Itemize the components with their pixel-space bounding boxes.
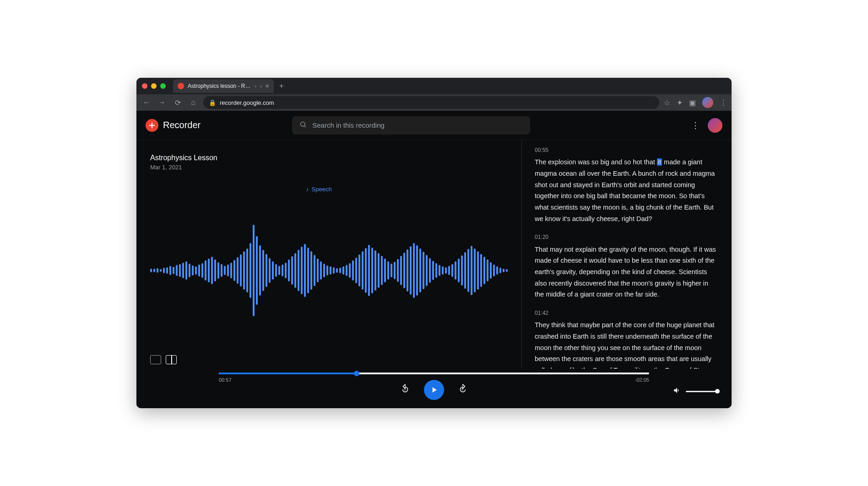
wave-bar: [314, 255, 315, 286]
wave-bar: [298, 250, 299, 291]
wave-bar: [336, 268, 338, 273]
reload-button[interactable]: ⟳: [172, 98, 183, 107]
svg-text:5: 5: [404, 387, 406, 390]
volume-slider[interactable]: [686, 391, 718, 392]
single-pane-view-button[interactable]: [150, 355, 161, 364]
window-controls: [142, 83, 166, 89]
wave-bar: [198, 265, 200, 276]
wave-bar: [365, 248, 367, 293]
new-tab-button[interactable]: +: [279, 82, 283, 90]
wave-bar: [160, 269, 162, 272]
svg-line-1: [304, 126, 306, 127]
wave-bar: [358, 254, 360, 286]
recording-title: Astrophysics Lesson: [150, 154, 508, 162]
wave-bar: [294, 253, 296, 288]
maximize-window-button[interactable]: [160, 83, 166, 89]
wave-bar: [355, 258, 357, 283]
wave-bar: [240, 254, 242, 286]
app-logo[interactable]: Recorder: [146, 119, 201, 132]
play-button[interactable]: [424, 380, 444, 400]
wave-bar: [503, 269, 505, 272]
wave-bar: [166, 267, 168, 274]
wave-bar: [269, 258, 271, 283]
wave-bar: [448, 266, 450, 275]
seek-fill: [219, 373, 357, 374]
segment-timestamp[interactable]: 00:55: [535, 146, 719, 155]
wave-bar: [326, 265, 328, 275]
cast-icon[interactable]: ▣: [689, 98, 696, 107]
wave-bar: [480, 254, 482, 287]
waveform[interactable]: [150, 189, 508, 351]
wave-bar: [214, 259, 216, 281]
transcript-segment[interactable]: 01:42They think that maybe part of the c…: [535, 308, 719, 369]
more-options-icon[interactable]: ⋮: [691, 120, 700, 130]
wave-bar: [426, 255, 428, 286]
svg-text:5: 5: [461, 387, 463, 390]
wave-bar: [256, 236, 258, 305]
wave-bar: [185, 261, 187, 280]
wave-bar: [320, 261, 322, 280]
segment-text: That may not explain the gravity of the …: [535, 244, 719, 300]
search-placeholder: Search in this recording: [312, 121, 385, 129]
wave-bar: [387, 261, 389, 280]
main-content: Astrophysics Lesson Mar 1, 2021 ♪ Speech…: [136, 140, 732, 369]
segment-text: The explosion was so big and so hot that…: [535, 157, 719, 224]
account-avatar[interactable]: [708, 118, 722, 133]
home-button[interactable]: ⌂: [188, 98, 199, 107]
wave-bar: [410, 246, 412, 295]
view-toggle: [150, 351, 508, 364]
extensions-icon[interactable]: ✦: [677, 98, 683, 107]
segment-type-label: ♪ Speech: [306, 186, 332, 193]
forward-button[interactable]: →: [157, 98, 168, 107]
wave-bar: [403, 253, 405, 288]
segment-text: They think that maybe part of the core o…: [535, 319, 719, 369]
wave-bar: [493, 265, 495, 276]
split-pane-view-button[interactable]: [166, 355, 177, 364]
forward-5-button[interactable]: 5: [458, 384, 468, 396]
wave-bar: [458, 259, 460, 282]
app-header: Recorder Search in this recording ⋮: [136, 111, 732, 140]
volume-thumb[interactable]: [715, 389, 720, 394]
transcript-pane[interactable]: 00:55The explosion was so big and so hot…: [522, 140, 732, 369]
transcript-segment[interactable]: 01:20That may not explain the gravity of…: [535, 232, 719, 300]
wave-bar: [237, 257, 239, 284]
tab-favicon-icon: [178, 83, 184, 89]
wave-bar: [487, 259, 488, 281]
close-window-button[interactable]: [142, 83, 147, 89]
wave-bar: [506, 269, 508, 272]
seek-bar[interactable]: [219, 373, 649, 374]
browser-window: Astrophysics lesson - Rec... ‹ › × + ← →…: [136, 78, 732, 408]
wave-bar: [407, 249, 408, 292]
wave-bar: [189, 264, 190, 277]
wave-bar: [400, 256, 402, 285]
wave-bar: [182, 263, 184, 278]
player-bar: 00:57 -02:05 5 5: [136, 369, 732, 408]
seek-thumb[interactable]: [354, 371, 359, 376]
wave-bar: [282, 265, 283, 276]
recorder-logo-icon: [146, 119, 158, 132]
wave-bar: [381, 256, 383, 285]
wave-bar: [378, 253, 380, 288]
bookmark-star-icon[interactable]: ☆: [664, 98, 670, 107]
close-tab-icon[interactable]: ×: [266, 82, 269, 90]
tab-nav-back-icon[interactable]: ‹: [255, 83, 256, 89]
minimize-window-button[interactable]: [151, 83, 157, 89]
wave-bar: [371, 248, 373, 293]
search-input[interactable]: Search in this recording: [292, 116, 530, 135]
segment-timestamp[interactable]: 01:42: [535, 308, 719, 318]
profile-avatar-toolbar[interactable]: [702, 97, 713, 108]
recording-date: Mar 1, 2021: [150, 164, 508, 171]
music-note-icon: ♪: [306, 186, 309, 193]
volume-control[interactable]: [673, 386, 718, 396]
rewind-5-button[interactable]: 5: [400, 384, 410, 396]
browser-menu-icon[interactable]: ⋮: [720, 98, 727, 107]
lock-icon: 🔒: [209, 99, 216, 106]
address-bar[interactable]: 🔒 recorder.google.com: [203, 96, 659, 109]
browser-tab[interactable]: Astrophysics lesson - Rec... ‹ › ×: [173, 79, 274, 93]
transcript-segment[interactable]: 00:55The explosion was so big and so hot…: [535, 146, 719, 224]
wave-bar: [179, 264, 181, 277]
wave-bar: [442, 266, 444, 275]
back-button[interactable]: ←: [141, 98, 152, 107]
tab-nav-fwd-icon[interactable]: ›: [260, 83, 262, 89]
segment-timestamp[interactable]: 01:20: [535, 232, 719, 242]
